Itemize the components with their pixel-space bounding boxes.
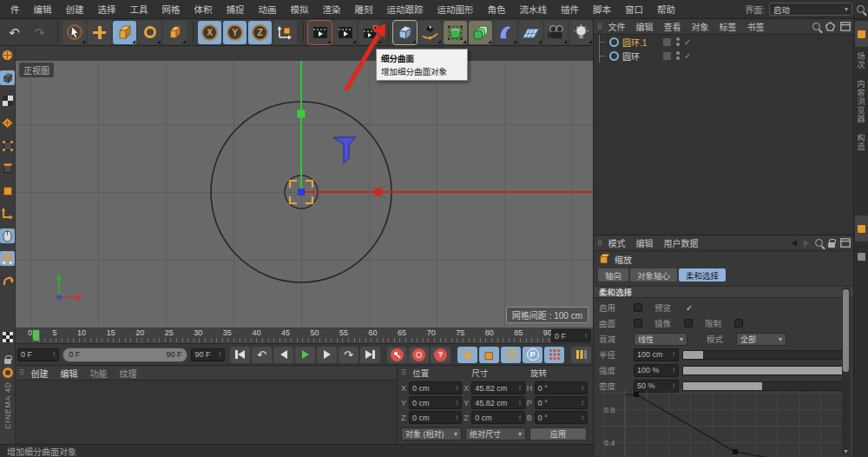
menu-item[interactable]: 创建 [59, 3, 91, 16]
previous-frame-button[interactable] [273, 347, 293, 363]
record-position-button[interactable] [457, 347, 477, 363]
slider-track[interactable] [682, 366, 849, 375]
goto-start-button[interactable] [230, 347, 250, 363]
object-name[interactable]: 圆环 [622, 50, 655, 63]
surface-checkbox[interactable] [634, 319, 642, 328]
drag-handle-icon[interactable]: ⠿ [401, 368, 412, 377]
lock-z-axis-button[interactable]: Z [248, 21, 272, 44]
lock-icon-button[interactable] [0, 352, 15, 367]
record-parameter-button[interactable]: P [523, 347, 542, 363]
next-frame-button[interactable] [317, 347, 337, 363]
menu-item[interactable]: 插件 [554, 3, 586, 16]
stepper-icon[interactable]: ↕ [455, 400, 458, 407]
edges-mode-button[interactable] [0, 161, 15, 176]
rotation-p-field[interactable]: P0 °↕ [527, 396, 588, 409]
render-region-button[interactable] [333, 21, 357, 44]
make-editable-button[interactable] [0, 48, 15, 63]
menu-item[interactable]: 脚本 [586, 3, 618, 16]
material-menu-texture[interactable]: 纹理 [114, 367, 143, 380]
rotation-h-field[interactable]: H0 °↕ [527, 381, 588, 394]
enabled-check-icon[interactable]: ✓ [684, 51, 691, 61]
attr-menu-mode[interactable]: 模式 [603, 236, 631, 249]
apply-button[interactable]: 应用 [529, 427, 587, 440]
tab-layers[interactable] [855, 243, 868, 269]
om-menu-view[interactable]: 查看 [659, 20, 687, 33]
om-menu-tags[interactable]: 标签 [714, 20, 742, 33]
z-axis-handle[interactable] [333, 137, 356, 163]
texture-mode-button[interactable] [0, 93, 15, 108]
polygons-mode-button[interactable] [0, 183, 15, 198]
restrict-checkbox[interactable] [734, 319, 743, 328]
material-menu-function[interactable]: 功能 [84, 367, 114, 380]
record-keyframe-button[interactable] [387, 347, 407, 363]
object-origin[interactable] [298, 189, 305, 195]
x-axis-handle[interactable] [374, 189, 382, 196]
viewport-canvas[interactable]: 正视图 网格间距 : 100 cm [16, 61, 593, 328]
workplane-mode-button[interactable] [0, 116, 15, 130]
menu-item[interactable]: 编辑 [27, 3, 59, 16]
position-y-field[interactable]: Y0 cm↕ [401, 396, 462, 409]
stepper-icon[interactable]: ↕ [52, 351, 56, 358]
drag-handle-icon[interactable]: ⠿ [597, 239, 603, 248]
current-frame-field[interactable]: 0 F ↕ [551, 329, 591, 342]
texture-view-button[interactable] [0, 329, 15, 344]
menu-item[interactable]: 运动跟踪 [380, 3, 431, 16]
stepper-icon[interactable]: ↕ [672, 367, 675, 374]
mode-dropdown[interactable]: 全部▾ [736, 333, 786, 346]
scroll-down-icon[interactable]: ▼ [843, 448, 849, 454]
menu-item[interactable]: 流水线 [513, 3, 555, 16]
last-used-tool-button[interactable] [163, 21, 187, 44]
material-list-empty[interactable] [16, 381, 397, 443]
coordinate-system-button[interactable] [273, 21, 297, 44]
menu-item[interactable]: 渲染 [316, 3, 348, 16]
position-z-field[interactable]: Z0 cm↕ [401, 411, 462, 424]
autokey-button[interactable] [409, 347, 429, 363]
stepper-icon[interactable]: ↕ [518, 385, 522, 392]
search-icon[interactable] [815, 239, 823, 247]
tab-axis[interactable]: 轴向 [598, 268, 628, 281]
move-tool-button[interactable] [88, 21, 111, 44]
attribute-scrollbar[interactable]: ▼ [842, 288, 850, 455]
stepper-icon[interactable]: ↕ [581, 385, 584, 392]
visibility-dots[interactable] [676, 51, 680, 60]
slider-value-field[interactable]: 100 %↕ [634, 364, 679, 377]
object-name[interactable]: 圆环.1 [622, 36, 655, 49]
mirror-checkbox[interactable] [684, 319, 693, 328]
model-mode-button[interactable] [0, 70, 15, 85]
search-icon[interactable] [857, 5, 865, 13]
object-row[interactable]: 圆环 ✓ [594, 49, 854, 63]
menu-item[interactable]: 体积 [187, 3, 220, 16]
stepper-icon[interactable]: ↕ [672, 382, 675, 389]
menu-item[interactable]: 选择 [91, 3, 123, 16]
record-rotation-button[interactable] [501, 347, 521, 363]
drag-handle-icon[interactable]: ⠿ [597, 23, 603, 31]
enabled-check-icon[interactable]: ✓ [684, 37, 691, 47]
live-selection-button[interactable] [62, 21, 86, 44]
stepper-icon[interactable]: ↕ [584, 333, 588, 340]
stepper-icon[interactable]: ↕ [455, 385, 458, 392]
attr-menu-userdata[interactable]: 用户数据 [659, 236, 704, 249]
stepper-icon[interactable]: ↕ [581, 414, 584, 421]
record-pla-button[interactable] [544, 347, 564, 363]
size-z-field[interactable]: Z0 cm↕ [464, 411, 524, 424]
viewport-solo-button[interactable] [0, 228, 15, 243]
size-x-field[interactable]: X45.82 cm↕ [464, 381, 524, 394]
start-frame-field[interactable]: 0 F↕ [17, 348, 59, 361]
tab-takes[interactable]: 场次 [856, 47, 867, 75]
menu-item[interactable]: 捕捉 [220, 3, 252, 16]
menu-item[interactable]: 帮助 [650, 3, 682, 16]
attr-menu-edit[interactable]: 编辑 [631, 236, 659, 249]
play-button[interactable] [295, 347, 315, 363]
stepper-icon[interactable]: ↕ [581, 400, 584, 407]
coords-size-dropdown[interactable]: 绝对尺寸▾ [465, 427, 526, 440]
redo-button[interactable]: ↷ [28, 21, 51, 44]
enable-snap-button[interactable] [0, 251, 15, 266]
tab-content-browser[interactable]: 内容浏览器 [856, 75, 867, 129]
section-header-soft-selection[interactable]: 柔和选择 [594, 286, 854, 298]
scale-tool-button[interactable] [113, 21, 136, 44]
add-deformer-button[interactable] [494, 21, 517, 44]
enable-axis-button[interactable] [0, 206, 15, 221]
home-pentagon-icon[interactable] [825, 22, 835, 31]
play-backwards-button[interactable]: ↶ [252, 347, 272, 363]
panel-layout-icon[interactable] [840, 238, 851, 248]
